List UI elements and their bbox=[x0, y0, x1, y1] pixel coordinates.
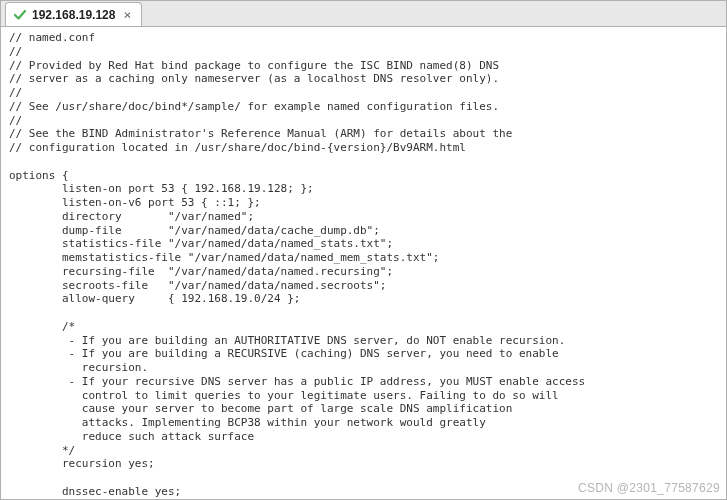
close-icon[interactable]: × bbox=[121, 8, 133, 21]
terminal-tab[interactable]: 192.168.19.128 × bbox=[5, 2, 142, 26]
checkmark-icon bbox=[14, 9, 26, 21]
file-content: // named.conf // // Provided by Red Hat … bbox=[9, 31, 585, 500]
terminal-output[interactable]: // named.conf // // Provided by Red Hat … bbox=[1, 27, 726, 500]
tab-bar: 192.168.19.128 × bbox=[1, 1, 726, 27]
tab-label: 192.168.19.128 bbox=[32, 8, 115, 22]
watermark: CSDN @2301_77587629 bbox=[578, 481, 720, 495]
